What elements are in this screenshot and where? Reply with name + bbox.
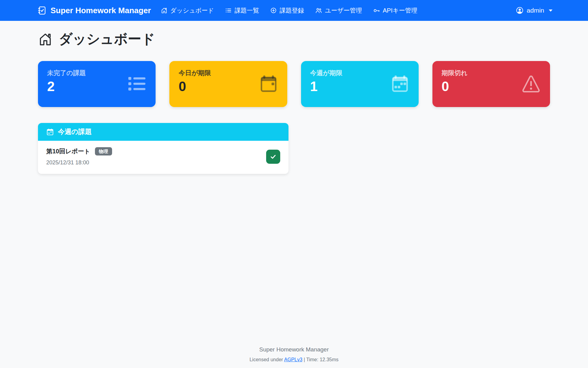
people-icon (315, 7, 322, 14)
calendar-event-icon (259, 75, 278, 94)
license-suffix: | Time: 12.35ms (302, 357, 338, 362)
journal-check-icon (37, 6, 47, 15)
assignment-due-date: 2025/12/31 18:00 (46, 159, 112, 166)
license-link[interactable]: AGPLv3 (284, 357, 303, 362)
calendar-week-icon (46, 128, 54, 136)
app-brand[interactable]: Super Homework Manager (37, 6, 151, 15)
main-content: ダッシュボード 未完了の課題 2 今日が期限 0 (0, 21, 588, 346)
nav-user-management[interactable]: ユーザー管理 (315, 6, 362, 15)
weekly-card-title: 今週の課題 (58, 127, 92, 136)
key-icon (373, 7, 380, 14)
person-circle-icon (516, 6, 524, 14)
nav-dashboard-label: ダッシュボード (170, 6, 214, 15)
house-icon (161, 7, 168, 14)
nav-assignment-create-label: 課題登録 (280, 6, 304, 15)
page-title: ダッシュボード (38, 30, 550, 48)
weekly-card-header: 今週の課題 (38, 123, 288, 141)
nav-api-key-management[interactable]: APIキー管理 (373, 6, 417, 15)
nav-assignment-list[interactable]: 課題一覧 (225, 6, 259, 15)
stat-card-overdue: 期限切れ 0 (432, 61, 550, 107)
app-title: Super Homework Manager (51, 6, 151, 15)
exclamation-triangle-icon (521, 75, 541, 93)
mark-complete-button[interactable] (266, 150, 280, 164)
footer-license-line: Licensed under AGPLv3 | Time: 12.35ms (0, 357, 588, 362)
stat-card-due-this-week: 今週が期限 1 (301, 61, 419, 107)
list-ul-icon (127, 76, 146, 92)
license-prefix: Licensed under (250, 357, 284, 362)
stat-card-incomplete: 未完了の課題 2 (38, 61, 156, 107)
assignment-info: 第10回レポート 物理 2025/12/31 18:00 (46, 147, 112, 166)
subject-badge: 物理 (95, 147, 112, 155)
stat-card-due-today: 今日が期限 0 (169, 61, 287, 107)
nav-dashboard[interactable]: ダッシュボード (161, 6, 214, 15)
footer-app-name: Super Homework Manager (0, 346, 588, 353)
page-footer: Super Homework Manager Licensed under AG… (0, 346, 588, 368)
stats-row: 未完了の課題 2 今日が期限 0 (38, 61, 550, 107)
user-menu[interactable]: admin (516, 6, 553, 14)
house-icon (38, 32, 53, 47)
list-icon (225, 7, 232, 14)
top-navbar: Super Homework Manager ダッシュボード (0, 0, 588, 21)
page-title-label: ダッシュボード (59, 30, 155, 48)
nav-user-management-label: ユーザー管理 (325, 6, 362, 15)
check-icon (270, 153, 277, 160)
caret-down-icon (548, 9, 553, 12)
weekly-assignments-card: 今週の課題 第10回レポート 物理 2025/12/31 18:00 (38, 123, 288, 174)
plus-circle-icon (270, 7, 277, 14)
nav-assignment-list-label: 課題一覧 (235, 6, 259, 15)
assignment-list-item: 第10回レポート 物理 2025/12/31 18:00 (38, 141, 288, 174)
assignment-title: 第10回レポート (46, 147, 90, 155)
user-name: admin (527, 7, 544, 14)
nav-api-key-management-label: APIキー管理 (383, 6, 417, 15)
nav-assignment-create[interactable]: 課題登録 (270, 6, 304, 15)
main-nav: ダッシュボード 課題一覧 (161, 6, 417, 15)
calendar-week-icon (390, 75, 409, 94)
